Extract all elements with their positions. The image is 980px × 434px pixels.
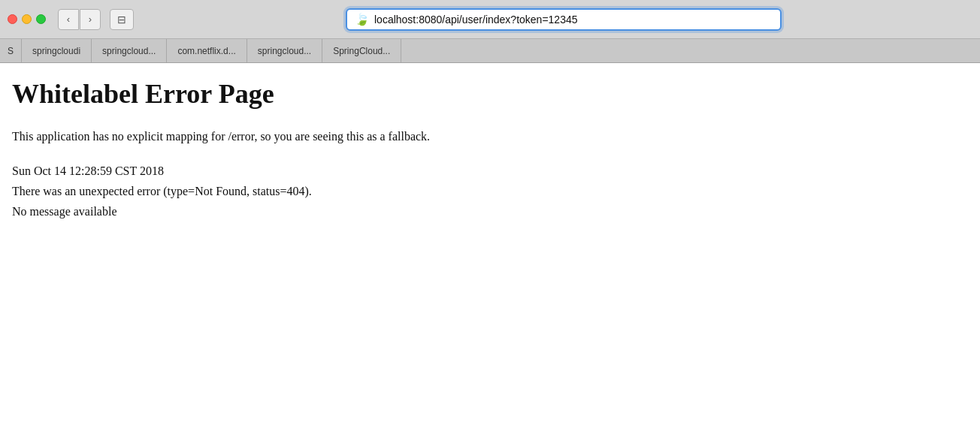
address-bar-wrapper: 🍃 localhost:8080/api/user/index?token=12… xyxy=(155,8,972,31)
error-no-message: No message available xyxy=(12,201,968,222)
minimize-button[interactable] xyxy=(22,14,32,24)
error-type: There was an unexpected error (type=Not … xyxy=(12,181,968,201)
error-description: This application has no explicit mapping… xyxy=(12,128,968,146)
fullscreen-button[interactable] xyxy=(36,14,46,24)
address-bar[interactable]: 🍃 localhost:8080/api/user/index?token=12… xyxy=(346,8,782,31)
tabs-bar: S springcloudi springcloud... com.netfli… xyxy=(0,39,980,63)
error-timestamp: Sun Oct 14 12:28:59 CST 2018 xyxy=(12,161,968,181)
tab-4[interactable]: springcloud... xyxy=(247,39,322,62)
forward-button[interactable]: › xyxy=(80,9,101,30)
tab-5[interactable]: SpringCloud... xyxy=(322,39,401,62)
traffic-lights xyxy=(8,14,46,24)
error-title: Whitelabel Error Page xyxy=(12,78,968,110)
close-button[interactable] xyxy=(8,14,17,24)
nav-buttons: ‹ › xyxy=(58,9,101,30)
error-detail: Sun Oct 14 12:28:59 CST 2018 There was a… xyxy=(12,161,968,222)
back-button[interactable]: ‹ xyxy=(58,9,79,30)
page-content: Whitelabel Error Page This application h… xyxy=(0,63,980,434)
tab-3[interactable]: com.netflix.d... xyxy=(167,39,247,62)
tab-2[interactable]: springcloud... xyxy=(92,39,167,62)
sidebar-toggle-button[interactable]: ⊟ xyxy=(110,9,134,30)
tab-0[interactable]: S xyxy=(0,39,22,62)
tab-1[interactable]: springcloudi xyxy=(22,39,92,62)
browser-chrome: ‹ › ⊟ 🍃 localhost:8080/api/user/index?to… xyxy=(0,0,980,39)
address-text: localhost:8080/api/user/index?token=1234… xyxy=(374,14,577,26)
security-icon: 🍃 xyxy=(355,12,370,26)
